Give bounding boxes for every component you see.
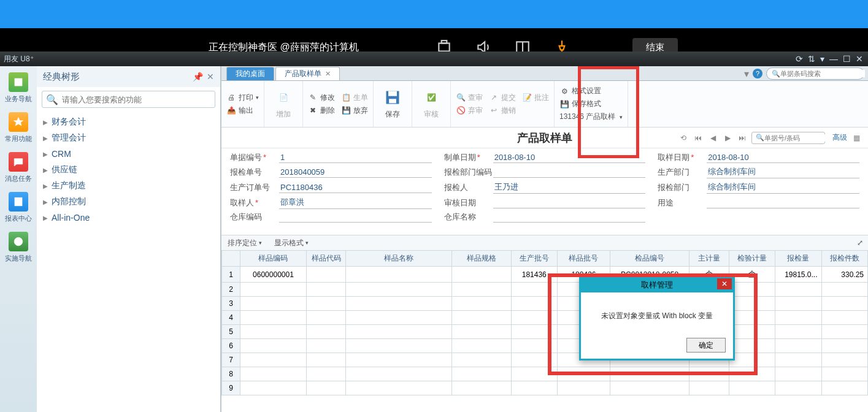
help-icon[interactable]: ?: [753, 69, 762, 78]
sidebar-item-business[interactable]: 业务导航: [4, 70, 33, 106]
doc-search[interactable]: 🔍: [751, 132, 825, 144]
tree-search[interactable]: 🔍: [42, 91, 215, 108]
nav-first-icon[interactable]: ⏮: [693, 132, 704, 143]
raw-button[interactable]: 📋生单: [341, 93, 368, 103]
add-button[interactable]: 📄增加: [274, 88, 293, 120]
table-row[interactable]: 4: [222, 311, 868, 325]
field-use: 用途: [658, 196, 859, 209]
field-prod-order: 生产订单号PC1180436: [230, 181, 432, 194]
nav-next-icon[interactable]: ▶: [722, 132, 733, 143]
table-row[interactable]: 2: [222, 283, 868, 297]
tree-item[interactable]: ▶CRM: [43, 146, 214, 162]
table-row[interactable]: 6: [222, 339, 868, 353]
table-row[interactable]: 3: [222, 297, 868, 311]
table-row[interactable]: 9: [222, 381, 868, 395]
data-grid[interactable]: 样品编码 样品代码 样品名称 样品规格 生产批号 样品批号 检品编号 主计量 检…: [221, 250, 868, 395]
field-value[interactable]: 2018040059: [279, 167, 432, 178]
abandon-button[interactable]: 💾放弃: [341, 105, 368, 116]
field-value[interactable]: 王乃进: [493, 181, 646, 194]
tab-product-sampling[interactable]: 产品取样单✕: [275, 67, 340, 80]
doc-list-icon[interactable]: ▦: [851, 132, 862, 143]
nav-last-icon[interactable]: ⏭: [737, 132, 748, 143]
outer-titlebar: [0, 0, 868, 28]
format-set-button[interactable]: ⚙格式设置: [559, 86, 601, 96]
tree-item[interactable]: ▶财务会计: [43, 114, 214, 130]
sidebar-item-label: 报表中心: [5, 214, 32, 223]
field-value[interactable]: PC1180436: [279, 182, 432, 193]
dialog-close-button[interactable]: ✕: [717, 278, 732, 289]
u8-titlebar: 用友 U8⁺ ⟳ ⇅ ▾ — ☐ ✕: [0, 52, 868, 66]
field-value[interactable]: [493, 167, 646, 178]
barcode-search[interactable]: 🔍: [766, 67, 864, 80]
sidebar-item-messages[interactable]: 消息任务: [4, 150, 33, 186]
table-row[interactable]: 10600000001181436180436PC0012018-0058盒盒1…: [222, 267, 868, 283]
sidebar-item-reports[interactable]: 报表中心: [4, 189, 33, 226]
tab-my-desktop[interactable]: 我的桌面: [226, 67, 274, 80]
tree-item[interactable]: ▶All-in-One: [43, 210, 214, 226]
field-value[interactable]: 邵章洪: [279, 196, 432, 209]
document-header: 产品取样单 ⟲ ⏮ ◀ ▶ ⏭ 🔍 高级 ▦: [221, 128, 868, 148]
field-value[interactable]: 2018-08-10: [493, 152, 646, 163]
dialog-titlebar[interactable]: 取样管理 ✕: [581, 278, 733, 292]
more-icon[interactable]: ▾: [820, 54, 824, 64]
search-icon: 🔍: [756, 134, 764, 142]
table-row[interactable]: 8: [222, 367, 868, 381]
tree-item[interactable]: ▶生产制造: [43, 178, 214, 194]
tree-search-input[interactable]: [62, 95, 211, 104]
revoke-button[interactable]: ↩撤销: [489, 105, 516, 116]
table-row[interactable]: 5: [222, 325, 868, 339]
sync-icon[interactable]: ⇅: [808, 54, 815, 64]
sidebar-item-label: 消息任务: [5, 174, 32, 183]
tab-dropdown-icon[interactable]: ▾: [744, 68, 749, 80]
check-button[interactable]: 🔍查审: [456, 93, 483, 103]
tree-pin-icon[interactable]: 📌: [193, 72, 203, 82]
grid-display[interactable]: 显示格式 ▾: [274, 238, 309, 248]
barcode-search-input[interactable]: [780, 70, 865, 77]
tree-item[interactable]: ▶供应链: [43, 162, 214, 178]
close-icon[interactable]: ✕: [856, 54, 863, 64]
template-dropdown[interactable]: 131346 产品取样▾: [559, 112, 623, 122]
dialog-title: 取样管理: [641, 280, 673, 291]
save-format-button[interactable]: 💾保存格式: [559, 99, 601, 109]
nav-refresh-icon[interactable]: ⟲: [678, 132, 689, 143]
nav-prev-icon[interactable]: ◀: [707, 132, 718, 143]
field-value[interactable]: [493, 212, 646, 223]
tree-close-icon[interactable]: ✕: [207, 72, 214, 82]
audit-button[interactable]: ✅审核: [422, 88, 440, 120]
field-prod-dept: 生产部门综合制剂车间: [658, 166, 859, 178]
field-make-date: 制单日期*2018-08-10: [444, 152, 646, 163]
search-icon: 🔍: [46, 94, 58, 105]
tree-item[interactable]: ▶管理会计: [43, 130, 214, 146]
discard-button[interactable]: 🚫弃审: [456, 105, 483, 116]
minimize-icon[interactable]: —: [829, 54, 838, 64]
tree-list: ▶财务会计 ▶管理会计 ▶CRM ▶供应链 ▶生产制造 ▶内部控制 ▶All-i…: [37, 112, 220, 228]
dialog-ok-button[interactable]: 确定: [686, 338, 726, 353]
tree-title: 经典树形: [43, 71, 80, 83]
table-row[interactable]: 7: [222, 353, 868, 367]
output-button[interactable]: 📤输出: [226, 105, 253, 116]
field-value[interactable]: [279, 212, 432, 223]
delete-button[interactable]: ✖删除: [308, 105, 335, 116]
field-value[interactable]: 1: [279, 152, 432, 163]
refresh-icon[interactable]: ⟳: [796, 54, 803, 64]
grid-more-icon[interactable]: ⤢: [857, 238, 863, 247]
field-value[interactable]: 综合制剂车间: [707, 181, 859, 194]
sidebar-item-label: 实施导航: [5, 254, 32, 263]
save-button[interactable]: 保存: [383, 88, 402, 120]
modify-button[interactable]: ✎修改: [308, 93, 335, 103]
field-value[interactable]: [493, 197, 646, 208]
notes-button[interactable]: 📝批注: [522, 93, 549, 103]
grid-sort[interactable]: 排序定位 ▾: [228, 238, 262, 248]
print-button[interactable]: 🖨打印▾: [226, 93, 259, 103]
sidebar-item-implement[interactable]: 实施导航: [4, 229, 33, 265]
sidebar-item-common[interactable]: 常用功能: [4, 110, 33, 146]
tree-item[interactable]: ▶内部控制: [43, 194, 214, 210]
search-icon: 🔍: [772, 70, 780, 78]
field-value[interactable]: [707, 197, 859, 208]
submit-button[interactable]: ↗提交: [489, 93, 516, 103]
tab-close-icon[interactable]: ✕: [325, 70, 331, 78]
field-value[interactable]: 综合制剂车间: [707, 166, 859, 178]
field-value[interactable]: 2018-08-10: [707, 152, 859, 163]
advanced-link[interactable]: 高级: [832, 132, 847, 143]
maximize-icon[interactable]: ☐: [843, 54, 851, 64]
